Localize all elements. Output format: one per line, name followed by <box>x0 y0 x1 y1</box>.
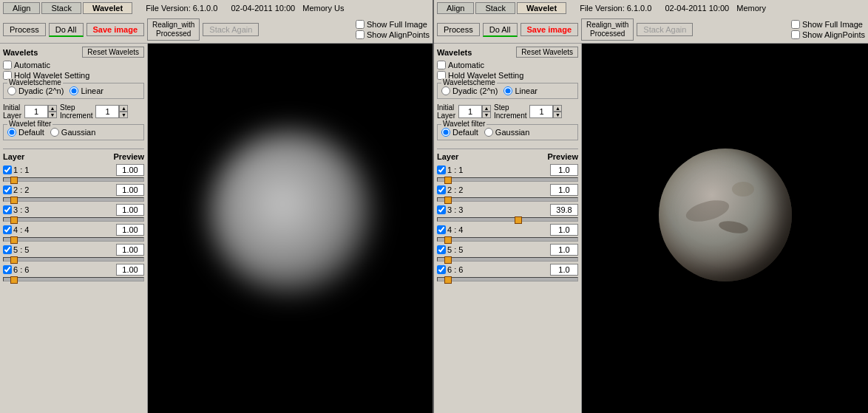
slider-thumb-left-layers-1[interactable] <box>10 197 18 204</box>
step-up-left[interactable]: ▲ <box>119 105 128 112</box>
slider-thumb-right-layers-2[interactable] <box>515 216 522 224</box>
slider-thumb-left-layers-3[interactable] <box>10 236 18 244</box>
step-up-right[interactable]: ▲ <box>553 105 562 112</box>
preview-input-left-layers-0[interactable] <box>116 164 144 176</box>
layer-check-right-layers-5[interactable]: 6 : 6 <box>437 265 463 274</box>
layer-check-right-layers-1[interactable]: 2 : 2 <box>437 185 463 194</box>
layer-cb-left-layers-5[interactable] <box>3 265 12 274</box>
dyadic-radio-left[interactable]: Dyadic (2^n) <box>7 86 64 95</box>
slider-thumb-right-layers-4[interactable] <box>444 256 452 264</box>
show-full-image-row-right[interactable]: Show Full Image <box>791 20 865 29</box>
slider-track-right-layers-1[interactable] <box>437 197 578 202</box>
gaussian-radio-right[interactable]: Gaussian <box>484 128 529 137</box>
dyadic-rb-left[interactable] <box>7 86 16 95</box>
reset-wavelets-btn-right[interactable]: Reset Wavelets <box>516 47 578 58</box>
default-rb-left[interactable] <box>7 128 16 137</box>
slider-track-right-layers-5[interactable] <box>437 277 578 281</box>
tab-align-right[interactable]: Align <box>437 2 474 14</box>
layer-check-right-layers-3[interactable]: 4 : 4 <box>437 225 463 234</box>
save-image-btn-left[interactable]: Save image <box>87 23 145 36</box>
default-rb-right[interactable] <box>441 128 450 137</box>
layer-cb-left-layers-4[interactable] <box>3 245 12 254</box>
do-all-btn-right[interactable]: Do All <box>483 23 518 37</box>
show-align-points-row-left[interactable]: Show AlignPoints <box>356 30 430 39</box>
layer-cb-right-layers-4[interactable] <box>437 245 446 254</box>
preview-input-left-layers-2[interactable] <box>116 204 144 216</box>
linear-radio-right[interactable]: Linear <box>503 86 538 95</box>
realign-btn-right[interactable]: Realign_withProcessed <box>581 18 634 41</box>
show-full-image-cb-right[interactable] <box>791 20 800 29</box>
preview-input-left-layers-1[interactable] <box>116 184 144 196</box>
layer-check-left-layers-0[interactable]: 1 : 1 <box>3 165 29 174</box>
slider-track-right-layers-2[interactable] <box>437 217 578 222</box>
layer-cb-left-layers-3[interactable] <box>3 225 12 234</box>
automatic-cb-right[interactable] <box>437 61 446 69</box>
tab-align-left[interactable]: Align <box>3 2 40 14</box>
slider-thumb-left-layers-0[interactable] <box>10 177 18 184</box>
layer-check-right-layers-0[interactable]: 1 : 1 <box>437 165 463 174</box>
layer-check-left-layers-4[interactable]: 5 : 5 <box>3 245 29 254</box>
slider-thumb-right-layers-0[interactable] <box>444 177 452 184</box>
step-down-left[interactable]: ▼ <box>119 112 128 118</box>
slider-track-left-layers-2[interactable] <box>3 217 144 222</box>
slider-track-left-layers-4[interactable] <box>3 257 144 262</box>
layer-cb-right-layers-5[interactable] <box>437 265 446 274</box>
slider-thumb-right-layers-1[interactable] <box>444 197 452 204</box>
gaussian-rb-left[interactable] <box>50 128 59 137</box>
tab-wavelet-left[interactable]: Wavelet <box>83 2 132 14</box>
default-radio-left[interactable]: Default <box>7 128 44 137</box>
tab-stack-right[interactable]: Stack <box>475 2 515 14</box>
linear-radio-left[interactable]: Linear <box>69 86 104 95</box>
initial-arrows-right[interactable]: ▲ ▼ <box>482 105 491 118</box>
layer-cb-left-layers-2[interactable] <box>3 205 12 214</box>
preview-input-left-layers-4[interactable] <box>116 244 144 256</box>
automatic-left[interactable]: Automatic <box>3 61 144 69</box>
preview-input-left-layers-5[interactable] <box>116 264 144 276</box>
initial-up-right[interactable]: ▲ <box>482 105 491 112</box>
default-radio-right[interactable]: Default <box>441 128 478 137</box>
slider-track-left-layers-3[interactable] <box>3 237 144 242</box>
gaussian-rb-right[interactable] <box>484 128 493 137</box>
layer-cb-right-layers-0[interactable] <box>437 165 446 174</box>
slider-thumb-left-layers-4[interactable] <box>10 256 18 264</box>
preview-input-right-layers-2[interactable] <box>550 204 578 216</box>
preview-input-right-layers-0[interactable] <box>550 164 578 176</box>
slider-track-right-layers-3[interactable] <box>437 237 578 242</box>
layer-check-left-layers-3[interactable]: 4 : 4 <box>3 225 29 234</box>
layer-check-right-layers-4[interactable]: 5 : 5 <box>437 245 463 254</box>
step-down-right[interactable]: ▼ <box>553 112 562 118</box>
slider-thumb-left-layers-5[interactable] <box>10 276 18 284</box>
layer-cb-left-layers-1[interactable] <box>3 185 12 194</box>
layer-check-left-layers-5[interactable]: 6 : 6 <box>3 265 29 274</box>
slider-track-left-layers-5[interactable] <box>3 277 144 281</box>
show-align-points-cb-left[interactable] <box>356 30 365 39</box>
show-align-points-row-right[interactable]: Show AlignPoints <box>791 30 865 39</box>
slider-thumb-right-layers-3[interactable] <box>444 236 452 244</box>
automatic-cb-left[interactable] <box>3 61 12 69</box>
gaussian-radio-left[interactable]: Gaussian <box>50 128 95 137</box>
stack-again-btn-right[interactable]: Stack Again <box>637 23 693 36</box>
preview-input-right-layers-5[interactable] <box>550 264 578 276</box>
layer-check-right-layers-2[interactable]: 3 : 3 <box>437 205 463 214</box>
slider-track-right-layers-4[interactable] <box>437 257 578 262</box>
layer-cb-left-layers-0[interactable] <box>3 165 12 174</box>
dyadic-rb-right[interactable] <box>441 86 450 95</box>
slider-thumb-left-layers-2[interactable] <box>10 216 18 224</box>
slider-track-left-layers-0[interactable] <box>3 177 144 182</box>
preview-input-right-layers-4[interactable] <box>550 244 578 256</box>
process-btn-right[interactable]: Process <box>437 23 480 36</box>
initial-down-left[interactable]: ▼ <box>48 112 57 118</box>
preview-input-left-layers-3[interactable] <box>116 224 144 236</box>
show-align-points-cb-right[interactable] <box>791 30 800 39</box>
tab-stack-left[interactable]: Stack <box>41 2 81 14</box>
layer-cb-right-layers-3[interactable] <box>437 225 446 234</box>
preview-input-right-layers-1[interactable] <box>550 184 578 196</box>
initial-arrows-left[interactable]: ▲ ▼ <box>48 105 57 118</box>
show-full-image-cb-left[interactable] <box>356 20 365 29</box>
initial-up-left[interactable]: ▲ <box>48 105 57 112</box>
linear-rb-left[interactable] <box>69 86 78 95</box>
slider-track-left-layers-1[interactable] <box>3 197 144 202</box>
linear-rb-right[interactable] <box>503 86 512 95</box>
preview-input-right-layers-3[interactable] <box>550 224 578 236</box>
save-image-btn-right[interactable]: Save image <box>521 23 579 36</box>
